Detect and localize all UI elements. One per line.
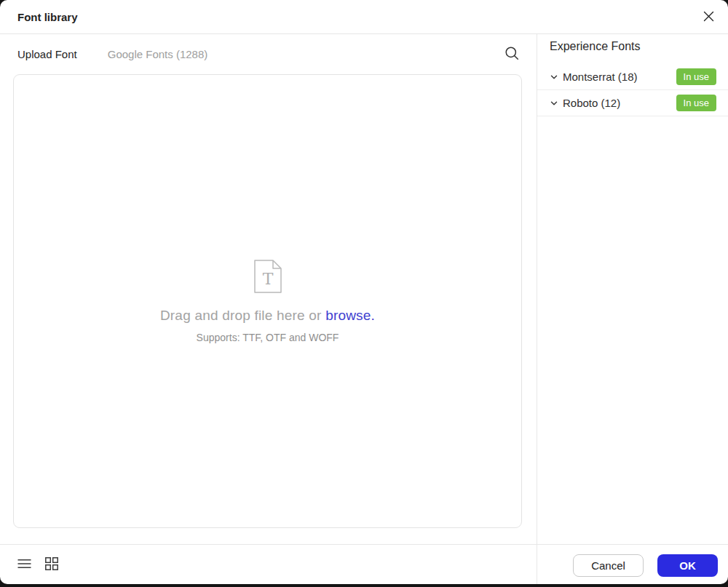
experience-fonts-header: Experience Fonts <box>550 40 641 53</box>
browse-link[interactable]: browse <box>325 308 371 323</box>
list-view-button[interactable] <box>16 556 32 572</box>
font-row-roboto[interactable]: Roboto (12) In use <box>537 90 728 116</box>
drag-drop-suffix: . <box>371 308 375 323</box>
view-toggles <box>16 556 60 572</box>
font-file-icon: T <box>254 260 282 296</box>
in-use-badge: In use <box>676 95 716 111</box>
grid-view-icon <box>45 557 58 572</box>
experience-fonts-list: Montserrat (18) In use Roboto (12) In us… <box>537 64 728 116</box>
upload-dropzone[interactable]: T Drag and drop file here or browse. Sup… <box>13 74 522 528</box>
font-row-montserrat[interactable]: Montserrat (18) In use <box>537 64 728 90</box>
tab-bar: Upload Font Google Fonts (1288) <box>0 34 537 74</box>
dialog-title: Font library <box>17 0 78 34</box>
supported-formats-text: Supports: TTF, OTF and WOFF <box>197 332 339 343</box>
drag-drop-prefix: Drag and drop file here or <box>160 308 325 323</box>
in-use-badge: In use <box>676 68 716 85</box>
cancel-button[interactable]: Cancel <box>573 554 644 577</box>
tab-google-fonts[interactable]: Google Fonts (1288) <box>108 48 208 60</box>
font-name-label: Montserrat (18) <box>563 71 638 83</box>
search-icon <box>504 45 520 63</box>
font-name-label: Roboto (12) <box>563 97 620 109</box>
footer-divider <box>0 544 728 545</box>
ok-button[interactable]: OK <box>657 554 718 577</box>
chevron-down-icon[interactable] <box>550 99 558 108</box>
list-view-icon <box>17 558 31 572</box>
svg-text:T: T <box>262 270 273 288</box>
close-button[interactable] <box>700 9 717 26</box>
panel-divider <box>537 34 537 584</box>
tab-upload-font[interactable]: Upload Font <box>17 48 77 60</box>
chevron-down-icon[interactable] <box>550 73 558 81</box>
dialog-header: Font library <box>0 0 728 34</box>
font-library-dialog: Font library Upload Font Google Fonts (1… <box>0 0 728 584</box>
close-icon <box>703 11 714 24</box>
drag-drop-text: Drag and drop file here or browse. <box>160 308 375 324</box>
search-button[interactable] <box>503 46 521 63</box>
grid-view-button[interactable] <box>44 556 60 572</box>
